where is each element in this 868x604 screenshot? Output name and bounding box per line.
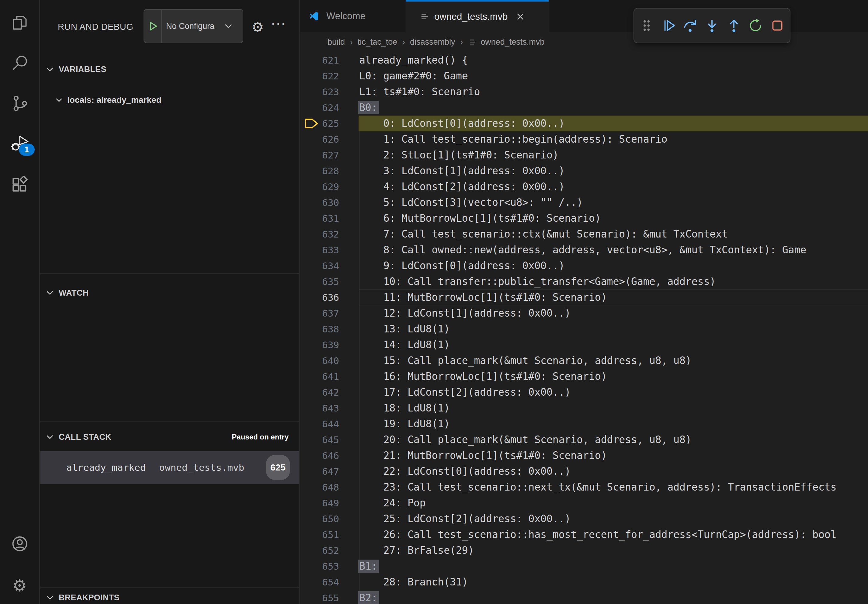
line-number[interactable]: 621 — [300, 52, 339, 68]
line-number[interactable]: 648 — [300, 479, 339, 495]
tab-welcome[interactable]: Welcome — [300, 0, 405, 32]
debug-settings-gear-icon[interactable]: ⚙ — [250, 18, 265, 36]
watch-section-header[interactable]: WATCH — [40, 285, 299, 301]
more-actions-icon[interactable]: ··· — [271, 18, 287, 31]
code-line[interactable]: 649 24: Pop — [300, 495, 868, 511]
line-number[interactable]: 644 — [300, 416, 339, 432]
line-number[interactable]: 634 — [300, 258, 339, 274]
step-out-icon[interactable] — [726, 18, 741, 33]
explorer-icon[interactable] — [11, 14, 29, 32]
code-line[interactable]: 636 11: MutBorrowLoc[1](ts#1#0: Scenario… — [300, 290, 868, 305]
code-line[interactable]: 627 2: StLoc[1](ts#1#0: Scenario) — [300, 147, 868, 163]
breadcrumb-item[interactable]: tic_tac_toe — [358, 37, 397, 47]
line-number[interactable]: 642 — [300, 384, 339, 400]
line-number[interactable]: 635 — [300, 274, 339, 290]
call-stack-section-header[interactable]: CALL STACK Paused on entry — [40, 429, 299, 445]
line-number[interactable]: 647 — [300, 463, 339, 479]
line-number[interactable]: 643 — [300, 400, 339, 416]
variables-section-header[interactable]: VARIABLES — [40, 62, 299, 77]
line-number[interactable]: 637 — [300, 305, 339, 321]
tab-owned-tests[interactable]: owned_tests.mvb — [406, 0, 549, 32]
line-number[interactable]: 626 — [300, 132, 339, 147]
line-number[interactable]: 650 — [300, 511, 339, 527]
extensions-icon[interactable] — [11, 176, 29, 194]
code-line[interactable]: 655B2: — [300, 590, 868, 604]
code-line[interactable]: 622L0: game#2#0: Game — [300, 68, 868, 84]
line-number[interactable]: 652 — [300, 542, 339, 558]
line-number[interactable]: 645 — [300, 432, 339, 448]
line-number[interactable]: 646 — [300, 448, 339, 463]
code-line[interactable]: 624B0: — [300, 100, 868, 116]
breadcrumb-item[interactable]: build — [327, 37, 345, 47]
code-line[interactable]: 643 18: LdU8(1) — [300, 400, 868, 416]
code-line[interactable]: 650 25: LdConst[2](address: 0x00..) — [300, 511, 868, 527]
code-editor[interactable]: 621already_marked() {622L0: game#2#0: Ga… — [300, 52, 868, 604]
code-line[interactable]: 632 7: Call test_scenario::ctx(&mut Scen… — [300, 226, 868, 242]
stop-icon[interactable] — [770, 18, 785, 33]
code-line[interactable]: 654 28: Branch(31) — [300, 574, 868, 590]
line-number[interactable]: 633 — [300, 242, 339, 258]
search-icon[interactable] — [11, 54, 29, 72]
code-line[interactable]: 641 16: MutBorrowLoc[1](ts#1#0: Scenario… — [300, 369, 868, 384]
code-line[interactable]: 653B1: — [300, 558, 868, 574]
call-stack-frame-row[interactable]: already_marked owned_tests.mvb 625 — [40, 451, 299, 484]
code-line[interactable]: 626 1: Call test_scenario::begin(address… — [300, 132, 868, 147]
restart-icon[interactable] — [748, 18, 763, 33]
line-number[interactable]: 653 — [300, 558, 339, 574]
code-line[interactable]: 640 15: Call place_mark(&mut Scenario, a… — [300, 353, 868, 369]
line-number[interactable]: 622 — [300, 68, 339, 84]
code-line[interactable]: 635 10: Call transfer::public_transfer<G… — [300, 274, 868, 290]
code-line[interactable]: 638 13: LdU8(1) — [300, 321, 868, 337]
line-number[interactable]: 629 — [300, 179, 339, 195]
code-line[interactable]: 647 22: LdConst[0](address: 0x00..) — [300, 463, 868, 479]
step-into-icon[interactable] — [704, 18, 719, 33]
code-line[interactable]: 621already_marked() { — [300, 52, 868, 68]
continue-icon[interactable] — [661, 18, 676, 33]
line-number[interactable]: 638 — [300, 321, 339, 337]
breakpoints-section-header[interactable]: BREAKPOINTS — [40, 590, 299, 604]
code-line[interactable]: 652 27: BrFalse(29) — [300, 542, 868, 558]
line-number[interactable]: 655 — [300, 590, 339, 604]
line-number[interactable]: 636 — [300, 290, 339, 305]
code-line[interactable]: 644 19: LdU8(1) — [300, 416, 868, 432]
code-line[interactable]: 646 21: MutBorrowLoc[1](ts#1#0: Scenario… — [300, 448, 868, 463]
code-line[interactable]: 623L1: ts#1#0: Scenario — [300, 84, 868, 100]
breadcrumb-item[interactable]: owned_tests.mvb — [480, 37, 544, 47]
line-number[interactable]: 632 — [300, 226, 339, 242]
line-number[interactable]: 623 — [300, 84, 339, 100]
code-line[interactable]: 629 4: LdConst[2](address: 0x00..) — [300, 179, 868, 195]
line-number[interactable]: 631 — [300, 211, 339, 226]
variables-scope-locals[interactable]: locals: already_marked — [40, 93, 299, 108]
code-line[interactable]: 628 3: LdConst[1](address: 0x00..) — [300, 163, 868, 179]
line-number[interactable]: 651 — [300, 527, 339, 542]
code-line[interactable]: 631 6: MutBorrowLoc[1](ts#1#0: Scenario) — [300, 211, 868, 226]
line-number[interactable]: 627 — [300, 147, 339, 163]
settings-gear-icon[interactable]: ⚙ — [11, 577, 29, 594]
accounts-icon[interactable] — [11, 535, 29, 553]
code-line[interactable]: 645 20: Call place_mark(&mut Scenario, a… — [300, 432, 868, 448]
code-line[interactable]: 625 0: LdConst[0](address: 0x00..) — [300, 116, 868, 132]
toolbar-drag-grip[interactable] — [639, 18, 654, 33]
code-line[interactable]: 642 17: LdConst[2](address: 0x00..) — [300, 384, 868, 400]
step-over-icon[interactable] — [682, 18, 698, 33]
start-debugging-button[interactable] — [144, 10, 162, 43]
line-number[interactable]: 624 — [300, 100, 339, 116]
line-number[interactable]: 628 — [300, 163, 339, 179]
code-line[interactable]: 634 9: LdConst[0](address: 0x00..) — [300, 258, 868, 274]
breadcrumb-item[interactable]: disassembly — [410, 37, 455, 47]
code-line[interactable]: 637 12: LdConst[1](address: 0x00..) — [300, 305, 868, 321]
line-number[interactable]: 654 — [300, 574, 339, 590]
code-line[interactable]: 648 23: Call test_scenario::next_tx(&mut… — [300, 479, 868, 495]
launch-configuration-dropdown[interactable]: No Configura — [144, 9, 243, 43]
code-line[interactable]: 639 14: LdU8(1) — [300, 337, 868, 353]
line-number[interactable]: 630 — [300, 195, 339, 211]
line-number[interactable]: 640 — [300, 353, 339, 369]
code-line[interactable]: 630 5: LdConst[3](vector<u8>: "" /..) — [300, 195, 868, 211]
line-number[interactable]: 639 — [300, 337, 339, 353]
code-line[interactable]: 651 26: Call test_scenario::has_most_rec… — [300, 527, 868, 542]
close-icon[interactable] — [515, 11, 526, 22]
line-number[interactable]: 641 — [300, 369, 339, 384]
source-control-icon[interactable] — [11, 94, 29, 112]
line-number[interactable]: 649 — [300, 495, 339, 511]
code-line[interactable]: 633 8: Call owned::new(address, address,… — [300, 242, 868, 258]
